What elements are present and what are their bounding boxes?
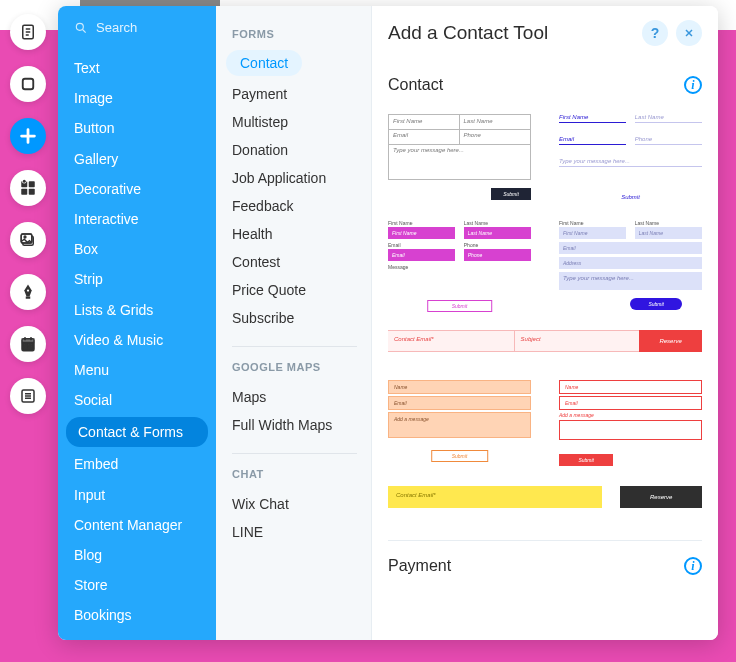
category-gallery[interactable]: Gallery: [58, 144, 216, 174]
box-tool-icon[interactable]: [10, 66, 46, 102]
left-toolbar: 12: [0, 0, 56, 662]
panel-title: Add a Contact Tool: [388, 22, 634, 44]
category-lists-grids[interactable]: Lists & Grids: [58, 295, 216, 325]
panel-header: Add a Contact Tool ?: [372, 6, 718, 60]
category-events[interactable]: Events: [58, 631, 216, 640]
category-button[interactable]: Button: [58, 113, 216, 143]
help-button[interactable]: ?: [642, 20, 668, 46]
svg-point-11: [23, 180, 26, 183]
category-video-music[interactable]: Video & Music: [58, 325, 216, 355]
category-text[interactable]: Text: [58, 53, 216, 83]
section-payment-title: Payment: [388, 557, 451, 575]
content-column: Add a Contact Tool ? Contact i First Nam…: [371, 6, 718, 640]
svg-text:12: 12: [24, 343, 32, 350]
svg-line-28: [83, 29, 86, 32]
info-icon[interactable]: i: [684, 76, 702, 94]
category-decorative[interactable]: Decorative: [58, 174, 216, 204]
sub-health[interactable]: Health: [232, 220, 365, 248]
sub-job-application[interactable]: Job Application: [232, 164, 365, 192]
search-wrap[interactable]: [58, 6, 216, 45]
sub-price-quote[interactable]: Price Quote: [232, 276, 365, 304]
sub-wix-chat[interactable]: Wix Chat: [232, 490, 365, 518]
category-store[interactable]: Store: [58, 570, 216, 600]
contact-template-5[interactable]: Contact Email* Subject Reserve: [388, 330, 702, 360]
group-header-chat: CHAT: [232, 468, 365, 480]
sub-contest[interactable]: Contest: [232, 248, 365, 276]
svg-point-15: [24, 236, 26, 238]
contact-template-7[interactable]: Name Email Add a message Submit: [559, 380, 702, 466]
sub-multistep[interactable]: Multistep: [232, 108, 365, 136]
add-panel: Text Image Button Gallery Decorative Int…: [58, 6, 718, 640]
category-input[interactable]: Input: [58, 480, 216, 510]
category-box[interactable]: Box: [58, 234, 216, 264]
svg-rect-4: [23, 79, 34, 90]
category-contact-forms[interactable]: Contact & Forms: [66, 417, 208, 447]
contact-template-3[interactable]: First NameFirst Name Last NameLast Name …: [388, 220, 531, 310]
svg-rect-17: [26, 297, 31, 299]
category-menu[interactable]: Menu: [58, 355, 216, 385]
sub-full-width-maps[interactable]: Full Width Maps: [232, 411, 365, 439]
category-social[interactable]: Social: [58, 385, 216, 415]
sub-payment[interactable]: Payment: [232, 80, 365, 108]
list-icon[interactable]: [10, 378, 46, 414]
close-button[interactable]: [676, 20, 702, 46]
add-icon[interactable]: [10, 118, 46, 154]
pen-icon[interactable]: [10, 274, 46, 310]
section-contact-title: Contact: [388, 76, 443, 94]
category-strip[interactable]: Strip: [58, 264, 216, 294]
contact-template-2[interactable]: First Name Last Name Email Phone Type yo…: [559, 114, 702, 200]
category-bookings[interactable]: Bookings: [58, 600, 216, 630]
contact-template-6[interactable]: Name Email Add a message Submit: [388, 380, 531, 466]
svg-rect-8: [21, 189, 27, 195]
category-image[interactable]: Image: [58, 83, 216, 113]
page-icon[interactable]: [10, 14, 46, 50]
sub-maps[interactable]: Maps: [232, 383, 365, 411]
svg-point-27: [76, 23, 83, 30]
search-input[interactable]: [96, 20, 186, 35]
svg-rect-7: [29, 181, 35, 187]
search-icon: [74, 21, 88, 35]
contact-template-8[interactable]: Contact Email* Reserve: [388, 486, 702, 516]
contact-template-1[interactable]: First Name Last Name Email Phone Type yo…: [388, 114, 531, 200]
sub-subscribe[interactable]: Subscribe: [232, 304, 365, 332]
sub-donation[interactable]: Donation: [232, 136, 365, 164]
calendar-icon[interactable]: 12: [10, 326, 46, 362]
close-icon: [683, 27, 695, 39]
info-icon[interactable]: i: [684, 557, 702, 575]
subcategory-column: FORMS Contact Payment Multistep Donation…: [216, 6, 371, 640]
sub-line[interactable]: LINE: [232, 518, 365, 546]
category-blog[interactable]: Blog: [58, 540, 216, 570]
group-header-maps: GOOGLE MAPS: [232, 361, 365, 373]
category-content-manager[interactable]: Content Manager: [58, 510, 216, 540]
svg-rect-9: [29, 189, 35, 195]
apps-icon[interactable]: [10, 170, 46, 206]
group-header-forms: FORMS: [232, 28, 365, 40]
sub-contact[interactable]: Contact: [226, 50, 302, 76]
contact-template-4[interactable]: First Name Last Name First Name Last Nam…: [559, 220, 702, 310]
category-interactive[interactable]: Interactive: [58, 204, 216, 234]
category-column: Text Image Button Gallery Decorative Int…: [58, 6, 216, 640]
sub-feedback[interactable]: Feedback: [232, 192, 365, 220]
category-embed[interactable]: Embed: [58, 449, 216, 479]
media-icon[interactable]: [10, 222, 46, 258]
svg-point-16: [27, 289, 29, 291]
